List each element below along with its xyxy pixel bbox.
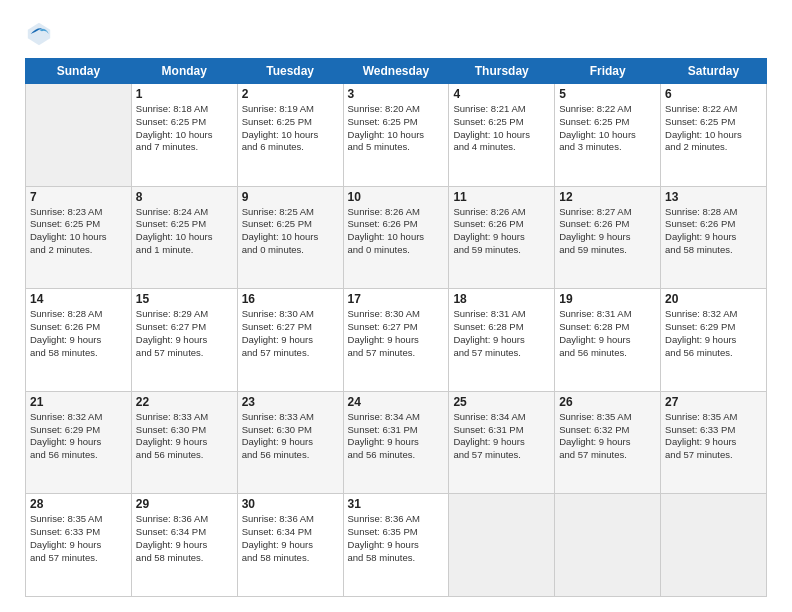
day-info: Sunrise: 8:36 AM Sunset: 6:34 PM Dayligh… (136, 513, 233, 564)
calendar-cell: 26Sunrise: 8:35 AM Sunset: 6:32 PM Dayli… (555, 391, 661, 494)
calendar-cell: 9Sunrise: 8:25 AM Sunset: 6:25 PM Daylig… (237, 186, 343, 289)
day-info: Sunrise: 8:30 AM Sunset: 6:27 PM Dayligh… (348, 308, 445, 359)
header (25, 20, 767, 48)
day-info: Sunrise: 8:32 AM Sunset: 6:29 PM Dayligh… (665, 308, 762, 359)
calendar-cell (26, 84, 132, 187)
day-info: Sunrise: 8:35 AM Sunset: 6:32 PM Dayligh… (559, 411, 656, 462)
calendar-cell: 19Sunrise: 8:31 AM Sunset: 6:28 PM Dayli… (555, 289, 661, 392)
weekday-header: Saturday (661, 59, 767, 84)
day-info: Sunrise: 8:36 AM Sunset: 6:34 PM Dayligh… (242, 513, 339, 564)
calendar-cell: 27Sunrise: 8:35 AM Sunset: 6:33 PM Dayli… (661, 391, 767, 494)
calendar-week: 21Sunrise: 8:32 AM Sunset: 6:29 PM Dayli… (26, 391, 767, 494)
calendar-header: SundayMondayTuesdayWednesdayThursdayFrid… (26, 59, 767, 84)
day-info: Sunrise: 8:33 AM Sunset: 6:30 PM Dayligh… (242, 411, 339, 462)
day-info: Sunrise: 8:31 AM Sunset: 6:28 PM Dayligh… (559, 308, 656, 359)
day-info: Sunrise: 8:25 AM Sunset: 6:25 PM Dayligh… (242, 206, 339, 257)
calendar-cell: 1Sunrise: 8:18 AM Sunset: 6:25 PM Daylig… (131, 84, 237, 187)
calendar-cell: 8Sunrise: 8:24 AM Sunset: 6:25 PM Daylig… (131, 186, 237, 289)
day-number: 7 (30, 190, 127, 204)
day-info: Sunrise: 8:21 AM Sunset: 6:25 PM Dayligh… (453, 103, 550, 154)
calendar-cell: 10Sunrise: 8:26 AM Sunset: 6:26 PM Dayli… (343, 186, 449, 289)
day-number: 10 (348, 190, 445, 204)
calendar-cell: 18Sunrise: 8:31 AM Sunset: 6:28 PM Dayli… (449, 289, 555, 392)
day-info: Sunrise: 8:36 AM Sunset: 6:35 PM Dayligh… (348, 513, 445, 564)
calendar-cell: 13Sunrise: 8:28 AM Sunset: 6:26 PM Dayli… (661, 186, 767, 289)
calendar-cell: 31Sunrise: 8:36 AM Sunset: 6:35 PM Dayli… (343, 494, 449, 597)
day-info: Sunrise: 8:34 AM Sunset: 6:31 PM Dayligh… (348, 411, 445, 462)
day-info: Sunrise: 8:18 AM Sunset: 6:25 PM Dayligh… (136, 103, 233, 154)
day-number: 21 (30, 395, 127, 409)
header-row: SundayMondayTuesdayWednesdayThursdayFrid… (26, 59, 767, 84)
day-number: 19 (559, 292, 656, 306)
day-number: 12 (559, 190, 656, 204)
calendar-body: 1Sunrise: 8:18 AM Sunset: 6:25 PM Daylig… (26, 84, 767, 597)
day-info: Sunrise: 8:26 AM Sunset: 6:26 PM Dayligh… (348, 206, 445, 257)
weekday-header: Tuesday (237, 59, 343, 84)
calendar-cell: 20Sunrise: 8:32 AM Sunset: 6:29 PM Dayli… (661, 289, 767, 392)
calendar-cell: 14Sunrise: 8:28 AM Sunset: 6:26 PM Dayli… (26, 289, 132, 392)
day-number: 24 (348, 395, 445, 409)
day-number: 5 (559, 87, 656, 101)
calendar-cell: 21Sunrise: 8:32 AM Sunset: 6:29 PM Dayli… (26, 391, 132, 494)
day-info: Sunrise: 8:26 AM Sunset: 6:26 PM Dayligh… (453, 206, 550, 257)
calendar-cell: 7Sunrise: 8:23 AM Sunset: 6:25 PM Daylig… (26, 186, 132, 289)
day-number: 1 (136, 87, 233, 101)
day-number: 15 (136, 292, 233, 306)
day-info: Sunrise: 8:22 AM Sunset: 6:25 PM Dayligh… (559, 103, 656, 154)
calendar-week: 7Sunrise: 8:23 AM Sunset: 6:25 PM Daylig… (26, 186, 767, 289)
calendar-week: 14Sunrise: 8:28 AM Sunset: 6:26 PM Dayli… (26, 289, 767, 392)
calendar-week: 1Sunrise: 8:18 AM Sunset: 6:25 PM Daylig… (26, 84, 767, 187)
weekday-header: Wednesday (343, 59, 449, 84)
calendar-cell: 28Sunrise: 8:35 AM Sunset: 6:33 PM Dayli… (26, 494, 132, 597)
day-number: 2 (242, 87, 339, 101)
day-number: 22 (136, 395, 233, 409)
calendar-cell: 6Sunrise: 8:22 AM Sunset: 6:25 PM Daylig… (661, 84, 767, 187)
weekday-header: Monday (131, 59, 237, 84)
day-number: 8 (136, 190, 233, 204)
day-info: Sunrise: 8:24 AM Sunset: 6:25 PM Dayligh… (136, 206, 233, 257)
calendar-cell: 4Sunrise: 8:21 AM Sunset: 6:25 PM Daylig… (449, 84, 555, 187)
day-info: Sunrise: 8:28 AM Sunset: 6:26 PM Dayligh… (665, 206, 762, 257)
day-number: 14 (30, 292, 127, 306)
day-info: Sunrise: 8:35 AM Sunset: 6:33 PM Dayligh… (665, 411, 762, 462)
day-number: 17 (348, 292, 445, 306)
day-number: 3 (348, 87, 445, 101)
day-number: 29 (136, 497, 233, 511)
svg-marker-0 (28, 23, 50, 45)
calendar-cell: 3Sunrise: 8:20 AM Sunset: 6:25 PM Daylig… (343, 84, 449, 187)
day-number: 23 (242, 395, 339, 409)
day-number: 13 (665, 190, 762, 204)
calendar-cell: 5Sunrise: 8:22 AM Sunset: 6:25 PM Daylig… (555, 84, 661, 187)
calendar-cell: 17Sunrise: 8:30 AM Sunset: 6:27 PM Dayli… (343, 289, 449, 392)
day-info: Sunrise: 8:19 AM Sunset: 6:25 PM Dayligh… (242, 103, 339, 154)
calendar-week: 28Sunrise: 8:35 AM Sunset: 6:33 PM Dayli… (26, 494, 767, 597)
day-info: Sunrise: 8:27 AM Sunset: 6:26 PM Dayligh… (559, 206, 656, 257)
day-number: 16 (242, 292, 339, 306)
day-number: 28 (30, 497, 127, 511)
calendar-cell: 25Sunrise: 8:34 AM Sunset: 6:31 PM Dayli… (449, 391, 555, 494)
day-info: Sunrise: 8:29 AM Sunset: 6:27 PM Dayligh… (136, 308, 233, 359)
calendar-cell: 29Sunrise: 8:36 AM Sunset: 6:34 PM Dayli… (131, 494, 237, 597)
day-info: Sunrise: 8:34 AM Sunset: 6:31 PM Dayligh… (453, 411, 550, 462)
calendar-cell: 24Sunrise: 8:34 AM Sunset: 6:31 PM Dayli… (343, 391, 449, 494)
calendar-cell: 11Sunrise: 8:26 AM Sunset: 6:26 PM Dayli… (449, 186, 555, 289)
day-info: Sunrise: 8:33 AM Sunset: 6:30 PM Dayligh… (136, 411, 233, 462)
day-number: 11 (453, 190, 550, 204)
day-number: 30 (242, 497, 339, 511)
day-number: 31 (348, 497, 445, 511)
calendar-cell (449, 494, 555, 597)
day-info: Sunrise: 8:22 AM Sunset: 6:25 PM Dayligh… (665, 103, 762, 154)
day-info: Sunrise: 8:32 AM Sunset: 6:29 PM Dayligh… (30, 411, 127, 462)
day-number: 6 (665, 87, 762, 101)
calendar: SundayMondayTuesdayWednesdayThursdayFrid… (25, 58, 767, 597)
weekday-header: Thursday (449, 59, 555, 84)
calendar-cell: 22Sunrise: 8:33 AM Sunset: 6:30 PM Dayli… (131, 391, 237, 494)
day-number: 9 (242, 190, 339, 204)
day-info: Sunrise: 8:31 AM Sunset: 6:28 PM Dayligh… (453, 308, 550, 359)
day-number: 4 (453, 87, 550, 101)
page: SundayMondayTuesdayWednesdayThursdayFrid… (0, 0, 792, 612)
weekday-header: Sunday (26, 59, 132, 84)
day-number: 25 (453, 395, 550, 409)
calendar-cell (661, 494, 767, 597)
calendar-cell: 30Sunrise: 8:36 AM Sunset: 6:34 PM Dayli… (237, 494, 343, 597)
